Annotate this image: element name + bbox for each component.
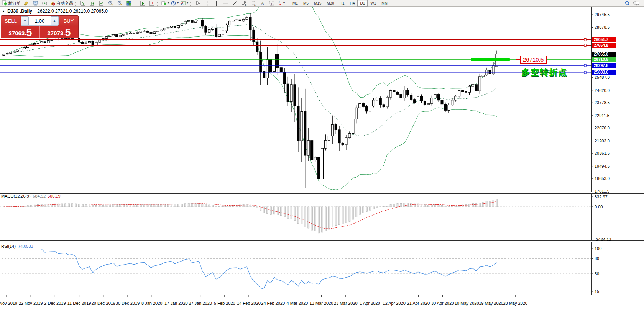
rsi-value: 74.0533 xyxy=(18,244,33,249)
date-label: 4 Mar 2020 xyxy=(287,301,308,306)
chat-icon xyxy=(633,0,640,6)
date-label: 30 Dec 2019 xyxy=(116,301,140,306)
macd-signal-value: 506.19 xyxy=(48,194,61,198)
fibonacci-tool-button[interactable]: F xyxy=(248,0,258,6)
auto-trading-label: 自动交易 xyxy=(56,0,73,6)
trendline-tool-button[interactable] xyxy=(230,0,239,6)
rsi-axis-label: 50 xyxy=(595,271,599,276)
price-badge: 26297.8 xyxy=(592,63,616,68)
timeframe-button-m30[interactable]: M30 xyxy=(324,0,337,7)
title-marker-icon: ▲ xyxy=(2,10,5,13)
price-tick-label: 22911.5 xyxy=(595,113,610,118)
zoom-out-button[interactable] xyxy=(115,0,124,6)
highlight-rectangle[interactable] xyxy=(471,58,510,61)
timeframe-bar: M1M5M15M30H1H4D1W1MN xyxy=(290,0,390,7)
candlestick-chart-icon xyxy=(89,0,95,6)
macd-name: MACD(12,26,9) xyxy=(1,194,30,198)
price-tick-label: 20361.5 xyxy=(595,151,610,155)
pane-divider[interactable] xyxy=(0,192,644,194)
timeframe-button-h4[interactable]: H4 xyxy=(347,0,358,7)
search-button[interactable] xyxy=(623,0,632,6)
period-button[interactable]: ▾ xyxy=(170,0,179,6)
volume-increase-button[interactable]: ▲ xyxy=(51,16,58,25)
channel-icon: E xyxy=(241,0,247,6)
auto-scroll-button[interactable] xyxy=(138,0,147,6)
svg-text:A: A xyxy=(261,1,264,6)
chevron-down-icon: ▾ xyxy=(283,2,285,5)
vertical-line-tool-button[interactable] xyxy=(212,0,221,6)
tile-windows-button[interactable] xyxy=(124,0,133,6)
market-watch-button[interactable] xyxy=(31,0,40,6)
eraser-button[interactable] xyxy=(21,0,31,6)
date-label: 8 Jan 2020 xyxy=(141,301,162,306)
chart-shift-icon xyxy=(149,0,154,6)
timeframe-button-mn[interactable]: MN xyxy=(379,0,390,7)
zoom-in-button[interactable] xyxy=(106,0,115,6)
add-indicator-button[interactable]: ▾ xyxy=(160,0,170,6)
date-label: 10 May 2020 xyxy=(455,301,479,306)
price-tick-label: 29745.5 xyxy=(595,12,610,17)
chevron-down-icon: ▾ xyxy=(177,2,179,5)
sell-button[interactable]: SELL xyxy=(1,16,20,26)
level-price-label[interactable]: 26710.5 xyxy=(520,56,547,64)
toolbar-separator xyxy=(190,1,192,6)
volume-decrease-button[interactable]: ▼ xyxy=(21,16,29,25)
trendline-icon xyxy=(232,0,238,6)
vertical-line-icon xyxy=(214,0,219,6)
timeframe-button-d1[interactable]: D1 xyxy=(357,0,368,7)
chart-title: ▲ DJ30-,Daily 26222.0 27321.0 26210.0 27… xyxy=(2,8,108,14)
date-label: 20 Dec 2019 xyxy=(92,301,115,306)
channel-tool-button[interactable]: E xyxy=(239,0,248,6)
chart-canvas[interactable] xyxy=(0,7,644,309)
date-label: 23 Mar 2020 xyxy=(334,301,358,306)
text-tool-button[interactable]: A xyxy=(258,0,267,6)
buy-button[interactable]: BUY xyxy=(59,16,78,26)
zoom-out-icon xyxy=(117,0,123,6)
chart-shift-button[interactable] xyxy=(147,0,156,6)
timeframe-button-m1[interactable]: M1 xyxy=(290,0,301,7)
rsi-name: RSI(14) xyxy=(1,244,16,249)
auto-trading-icon xyxy=(50,0,56,6)
crosshair-tool-button[interactable] xyxy=(202,0,212,6)
timeframe-button-m5[interactable]: M5 xyxy=(301,0,311,7)
chat-button[interactable] xyxy=(632,0,641,6)
rsi-axis-label: 15 xyxy=(595,289,599,294)
horizontal-line-icon xyxy=(223,0,228,6)
line-chart-button[interactable] xyxy=(97,0,106,6)
date-label: 3 Nov 2019 xyxy=(0,301,17,306)
auto-trading-button[interactable]: 自动交易 xyxy=(49,0,74,6)
timeframe-button-h1[interactable]: H1 xyxy=(337,0,347,7)
price-tick-label: 21203.0 xyxy=(595,139,610,143)
date-label: 24 Feb 2020 xyxy=(261,301,285,306)
volume-value[interactable]: 1.00 xyxy=(29,16,51,25)
buy-price[interactable]: 27073. 5 xyxy=(39,26,78,38)
chart-symbol: DJ30-,Daily xyxy=(7,8,32,14)
volume-control: ▼ 1.00 ▲ xyxy=(21,16,59,26)
chart-ohlc-values: 26222.0 27321.0 26210.0 27065.0 xyxy=(37,8,108,14)
text-icon: A xyxy=(260,0,265,6)
candlestick-chart-button[interactable] xyxy=(87,0,97,6)
price-badge: 27065.0 xyxy=(592,52,616,57)
cursor-tool-button[interactable] xyxy=(193,0,202,6)
shapes-icon xyxy=(277,0,283,6)
turning-point-annotation[interactable]: 多空转折点 xyxy=(521,67,567,78)
shapes-tool-button[interactable]: ▾ xyxy=(276,0,286,6)
pane-divider[interactable] xyxy=(0,240,644,242)
price-tick-label: 17811.5 xyxy=(595,189,610,193)
timeframe-button-m15[interactable]: M15 xyxy=(311,0,324,7)
toolbar: 新订单 xyxy=(0,0,644,7)
signal-icon xyxy=(42,0,48,6)
horizontal-line-tool-button[interactable] xyxy=(221,0,230,6)
sell-price[interactable]: 27063. 5 xyxy=(1,26,39,38)
bar-chart-button[interactable] xyxy=(78,0,87,6)
date-label: 21 Apr 2020 xyxy=(407,301,430,306)
timeframe-button-w1[interactable]: W1 xyxy=(368,0,379,7)
signal-button[interactable] xyxy=(40,0,49,6)
template-button[interactable]: ▾ xyxy=(179,0,189,6)
macd-axis-label: 0.00 xyxy=(595,204,603,209)
new-order-button[interactable]: 新订单 xyxy=(1,0,21,6)
date-label: 14 Feb 2020 xyxy=(237,301,261,306)
zoom-in-icon xyxy=(108,0,113,6)
label-tool-button[interactable]: T xyxy=(267,0,276,6)
price-badge: 26710.5 xyxy=(592,57,616,62)
